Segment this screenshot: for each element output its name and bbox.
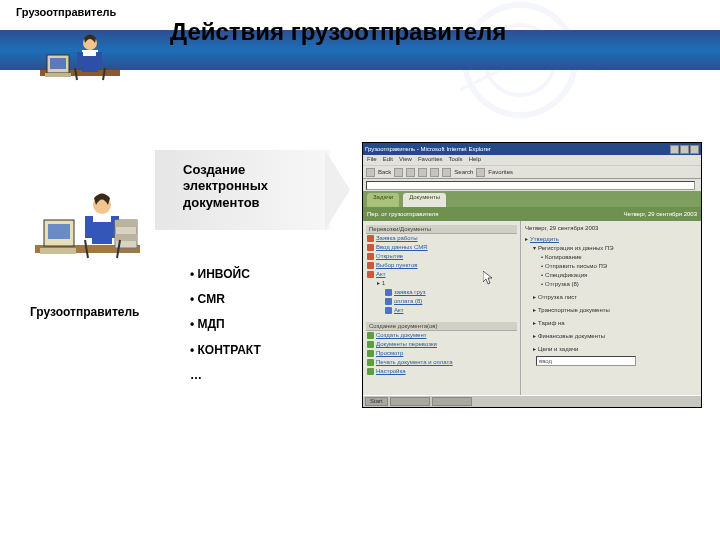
link-create-doc[interactable]: Создать документ xyxy=(376,331,426,340)
cursor-icon xyxy=(483,271,493,285)
action-icon xyxy=(367,359,374,366)
maximize-icon[interactable] xyxy=(680,145,689,154)
doc-icon xyxy=(385,289,392,296)
bullet-cmr: • CMR xyxy=(190,287,261,312)
right-input[interactable]: ввод xyxy=(536,356,636,366)
link-item[interactable]: Печать документа и оплата xyxy=(376,358,453,367)
tree-toggle[interactable]: ▸ 1 xyxy=(377,279,385,288)
doc-icon xyxy=(367,244,374,251)
text-item: Транспортные документы xyxy=(538,306,610,315)
action-icon xyxy=(367,332,374,339)
clipart-person-desk-top xyxy=(35,25,125,95)
taskbar-item[interactable] xyxy=(390,397,430,406)
link-item[interactable]: Заявка работы xyxy=(376,234,418,243)
ss-window-buttons xyxy=(670,145,699,154)
bullet-contract: • КОНТРАКТ xyxy=(190,338,261,363)
menu-help[interactable]: Help xyxy=(469,156,481,164)
action-icon xyxy=(367,350,374,357)
back-label[interactable]: Back xyxy=(378,169,391,175)
doc-icon xyxy=(367,235,374,242)
text-item: Регистрация из данных ПЭ xyxy=(538,244,614,253)
svg-rect-8 xyxy=(82,50,98,56)
start-button[interactable]: Start xyxy=(365,397,388,406)
page-header-right: Четверг, 29 сентября 2003 xyxy=(624,211,697,217)
ss-toolbar: Back Search Favorites xyxy=(363,165,701,179)
ss-left-panel: Перевозки/Документы Заявка работы Ввод д… xyxy=(363,221,521,397)
tree-toggle[interactable]: ▾ xyxy=(533,244,536,253)
approve-link[interactable]: Утвердить xyxy=(530,235,559,244)
doc-type-list: • ИНВОЙС • CMR • МДП • КОНТРАКТ … xyxy=(190,262,261,388)
minimize-icon[interactable] xyxy=(670,145,679,154)
taskbar-item[interactable] xyxy=(432,397,472,406)
svg-rect-21 xyxy=(115,220,137,227)
doc-icon xyxy=(385,307,392,314)
text-item: Финансовые документы xyxy=(538,332,605,341)
svg-rect-22 xyxy=(115,234,137,241)
refresh-icon[interactable] xyxy=(418,168,427,177)
favorites-icon[interactable] xyxy=(476,168,485,177)
shipper-label-top: Грузоотправитель xyxy=(16,6,116,18)
favorites-label[interactable]: Favorites xyxy=(488,169,513,175)
menu-tools[interactable]: Tools xyxy=(449,156,463,164)
svg-rect-17 xyxy=(92,214,112,222)
ss-tabs: Задачи Документы xyxy=(363,191,701,207)
clipart-person-desk-mid xyxy=(30,180,145,280)
action-icon xyxy=(367,368,374,375)
bullet-mdp: • МДП xyxy=(190,312,261,337)
svg-rect-14 xyxy=(40,248,76,254)
date-header: Четверг, 29 сентября 2003 xyxy=(525,224,598,233)
slide-title: Действия грузоотправителя xyxy=(170,18,506,46)
link-item[interactable]: Документы перевозки xyxy=(376,340,437,349)
ss-page-header: Пер. от грузоотправителя Четверг, 29 сен… xyxy=(363,207,701,221)
bullet-invoice: • ИНВОЙС xyxy=(190,262,261,287)
menu-view[interactable]: View xyxy=(399,156,412,164)
back-icon[interactable] xyxy=(366,168,375,177)
address-field[interactable] xyxy=(366,181,695,190)
link-item[interactable]: Выбор пунктов xyxy=(376,261,418,270)
text-item: Тариф на xyxy=(538,319,565,328)
link-item[interactable]: Открытие xyxy=(376,252,403,261)
text-item: Отправить письмо ПЭ xyxy=(545,262,607,271)
left-group-create: Создание документа(ов) xyxy=(366,322,517,331)
svg-rect-18 xyxy=(85,216,93,238)
menu-file[interactable]: File xyxy=(367,156,377,164)
menu-favorites[interactable]: Favorites xyxy=(418,156,443,164)
link-item[interactable]: Акт xyxy=(376,270,385,279)
svg-rect-13 xyxy=(48,224,70,239)
tree-toggle[interactable]: ▸ xyxy=(525,235,528,244)
text-item: Отгрузка (8) xyxy=(545,280,579,289)
text-item: Спецификация xyxy=(545,271,587,280)
svg-rect-5 xyxy=(45,73,71,77)
svg-rect-10 xyxy=(96,52,102,68)
text-item: Отгрузка лист xyxy=(538,293,577,302)
tab-documents[interactable]: Документы xyxy=(403,193,446,207)
link-item[interactable]: Настройка xyxy=(376,367,406,376)
close-icon[interactable] xyxy=(690,145,699,154)
doc-icon xyxy=(367,271,374,278)
ss-taskbar: Start xyxy=(363,395,701,407)
text-item: Цели и задачи xyxy=(538,345,578,354)
link-item[interactable]: оплата (8) xyxy=(394,297,422,306)
shipper-label-mid: Грузоотправитель xyxy=(30,305,140,319)
ss-right-panel: Четверг, 29 сентября 2003 ▸Утвердить ▾Ре… xyxy=(521,221,701,397)
ss-title: Грузоотправитель - Microsoft Internet Ex… xyxy=(365,146,491,152)
forward-icon[interactable] xyxy=(394,168,403,177)
text-item: Копирование xyxy=(545,253,582,262)
search-icon[interactable] xyxy=(442,168,451,177)
link-item[interactable]: Ввод данных CMR xyxy=(376,243,428,252)
svg-rect-9 xyxy=(77,52,83,68)
link-item[interactable]: Просмотр xyxy=(376,349,403,358)
action-icon xyxy=(367,341,374,348)
link-item[interactable]: Акт xyxy=(394,306,403,315)
link-item[interactable]: заявка груз xyxy=(394,288,426,297)
left-group-docs: Перевозки/Документы xyxy=(366,225,517,234)
stop-icon[interactable] xyxy=(406,168,415,177)
doc-icon xyxy=(367,262,374,269)
search-label[interactable]: Search xyxy=(454,169,473,175)
page-header-left: Пер. от грузоотправителя xyxy=(367,211,438,217)
doc-icon xyxy=(385,298,392,305)
bullet-more: … xyxy=(190,363,261,388)
tab-tasks[interactable]: Задачи xyxy=(367,193,399,207)
home-icon[interactable] xyxy=(430,168,439,177)
menu-edit[interactable]: Edit xyxy=(383,156,393,164)
